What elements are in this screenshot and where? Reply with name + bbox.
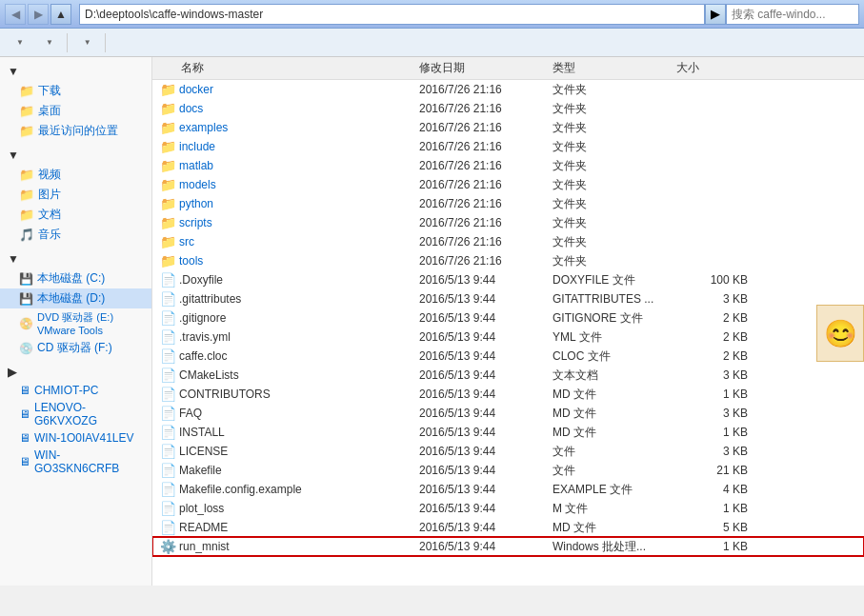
file-type-icon: 📄 xyxy=(160,463,175,478)
table-row[interactable]: 📄 FAQ 2016/5/13 9:44 MD 文件 3 KB xyxy=(152,404,864,423)
file-name-cell: 📄 README xyxy=(152,520,419,535)
share-button[interactable]: ▼ xyxy=(72,31,100,54)
search-input[interactable] xyxy=(726,4,859,25)
sidebar-item-win2[interactable]: 🖥 WIN-GO3SKN6CRFB xyxy=(0,447,151,477)
table-row[interactable]: 📁 tools 2016/7/26 21:16 文件夹 xyxy=(152,251,864,270)
file-name-text: .gitattributes xyxy=(179,292,241,306)
file-name-cell: 📁 models xyxy=(152,177,419,192)
sidebar-item-drive-e[interactable]: 📀 DVD 驱动器 (E:) VMware Tools xyxy=(0,308,151,338)
table-row[interactable]: 📄 CONTRIBUTORS 2016/5/13 9:44 MD 文件 1 KB xyxy=(152,385,864,404)
folder-icon-pictures: 📁 xyxy=(19,188,34,202)
go-button[interactable]: ▶ xyxy=(705,4,726,25)
sidebar-item-documents[interactable]: 📁 文档 xyxy=(0,205,151,225)
file-name-cell: 📄 plot_loss xyxy=(152,501,419,516)
file-type-icon: 📄 xyxy=(160,310,175,326)
sidebar-item-desktop[interactable]: 📁 桌面 xyxy=(0,101,151,121)
computer-section: ▼ 💾 本地磁盘 (C:) 💾 本地磁盘 (D:) 📀 DVD 驱动器 (E:)… xyxy=(0,249,151,358)
file-type-icon: 📄 xyxy=(160,444,175,459)
header-size[interactable]: 大小 xyxy=(676,60,753,76)
file-date: 2016/7/26 21:16 xyxy=(419,216,553,229)
file-icon: 📄 xyxy=(160,291,176,307)
address-input[interactable] xyxy=(79,4,705,25)
new-folder-button[interactable] xyxy=(111,31,128,54)
sidebar-item-chmiot[interactable]: 🖥 CHMIOT-PC xyxy=(0,382,151,399)
file-list-header: 名称 修改日期 类型 大小 xyxy=(152,57,864,80)
file-date: 2016/5/13 9:44 xyxy=(419,349,553,363)
table-row[interactable]: 📁 docker 2016/7/26 21:16 文件夹 xyxy=(152,80,864,99)
header-name[interactable]: 名称 xyxy=(152,60,419,76)
file-type-icon: 📄 xyxy=(160,368,175,383)
folder-icon: 📁 xyxy=(160,82,176,97)
drive-d-icon: 💾 xyxy=(19,292,33,306)
file-type-icon: 📁 xyxy=(160,120,175,135)
file-name-text: Makefile.config.example xyxy=(179,483,302,496)
file-name-cell: 📄 .gitignore xyxy=(152,310,419,326)
music-label: 音乐 xyxy=(38,227,61,243)
file-size: 1 KB xyxy=(676,540,753,553)
table-row[interactable]: 📄 CMakeLists 2016/5/13 9:44 文本文档 3 KB xyxy=(152,366,864,385)
drive-e-icon: 📀 xyxy=(19,317,33,330)
forward-button[interactable]: ▶ xyxy=(28,4,49,25)
file-date: 2016/7/26 21:16 xyxy=(419,159,553,172)
file-size: 3 KB xyxy=(676,445,753,458)
file-name-cell: 📄 .Doxyfile xyxy=(152,272,419,288)
table-row[interactable]: ⚙️ run_mnist 2016/5/13 9:44 Windows 批处理.… xyxy=(152,537,864,556)
file-type-label: CLOC 文件 xyxy=(553,348,676,365)
table-row[interactable]: 📁 examples 2016/7/26 21:16 文件夹 xyxy=(152,118,864,137)
file-date: 2016/5/13 9:44 xyxy=(419,387,553,401)
file-icon: 📄 xyxy=(160,310,176,326)
table-row[interactable]: 📄 .gitattributes 2016/5/13 9:44 GITATTRI… xyxy=(152,289,864,308)
table-row[interactable]: 📄 .travis.yml 2016/5/13 9:44 YML 文件 2 KB xyxy=(152,328,864,347)
sidebar-item-download[interactable]: 📁 下载 xyxy=(0,81,151,101)
sidebar-item-drive-c[interactable]: 💾 本地磁盘 (C:) xyxy=(0,268,151,288)
header-type[interactable]: 类型 xyxy=(553,60,676,76)
table-row[interactable]: 📄 plot_loss 2016/5/13 9:44 M 文件 1 KB xyxy=(152,499,864,518)
table-row[interactable]: 📁 python 2016/7/26 21:16 文件夹 xyxy=(152,194,864,213)
table-row[interactable]: 📄 README 2016/5/13 9:44 MD 文件 5 KB xyxy=(152,518,864,537)
file-name-text: tools xyxy=(179,254,203,268)
file-date: 2016/5/13 9:44 xyxy=(419,540,553,553)
sidebar-item-drive-d[interactable]: 💾 本地磁盘 (D:) xyxy=(0,288,151,308)
sidebar-item-win1[interactable]: 🖥 WIN-1O0IAV41LEV xyxy=(0,429,151,447)
header-date[interactable]: 修改日期 xyxy=(419,60,553,76)
file-type-label: GITATTRIBUTES ... xyxy=(553,292,676,306)
file-name-text: CONTRIBUTORS xyxy=(179,387,271,401)
table-row[interactable]: 📁 src 2016/7/26 21:16 文件夹 xyxy=(152,232,864,251)
network-chmiot-icon: 🖥 xyxy=(19,384,30,397)
sidebar-item-drive-f[interactable]: 💿 CD 驱动器 (F:) xyxy=(0,338,151,358)
table-row[interactable]: 📁 models 2016/7/26 21:16 文件夹 xyxy=(152,175,864,194)
sidebar-item-pictures[interactable]: 📁 图片 xyxy=(0,185,151,205)
table-row[interactable]: 📄 INSTALL 2016/5/13 9:44 MD 文件 1 KB xyxy=(152,423,864,442)
desktop-label: 桌面 xyxy=(38,103,61,119)
folder-icon: 📁 xyxy=(160,177,176,192)
sidebar-item-lenovo[interactable]: 🖥 LENOVO-G6KVXOZG xyxy=(0,399,151,429)
file-type-label: YML 文件 xyxy=(553,329,676,346)
include-library-button[interactable]: ▼ xyxy=(34,31,62,54)
file-size: 100 KB xyxy=(676,273,753,287)
table-row[interactable]: 📄 .Doxyfile 2016/5/13 9:44 DOXYFILE 文件 1… xyxy=(152,270,864,289)
file-icon: 📄 xyxy=(160,368,176,383)
table-row[interactable]: 📄 Makefile.config.example 2016/5/13 9:44… xyxy=(152,480,864,499)
library-section: ▼ 📁 视频 📁 图片 📁 文档 🎵 音乐 xyxy=(0,146,151,245)
sidebar-item-music[interactable]: 🎵 音乐 xyxy=(0,225,151,245)
file-icon: 📄 xyxy=(160,463,176,478)
network-section: ▶ 🖥 CHMIOT-PC 🖥 LENOVO-G6KVXOZG 🖥 WIN-1O… xyxy=(0,363,151,477)
table-row[interactable]: 📁 docs 2016/7/26 21:16 文件夹 xyxy=(152,99,864,118)
folder-icon: 📁 xyxy=(160,120,176,135)
table-row[interactable]: 📄 .gitignore 2016/5/13 9:44 GITIGNORE 文件… xyxy=(152,308,864,328)
table-row[interactable]: 📁 matlab 2016/7/26 21:16 文件夹 xyxy=(152,156,864,175)
organize-button[interactable]: ▼ xyxy=(5,31,32,54)
up-button[interactable]: ▲ xyxy=(50,4,71,25)
file-type-icon: 📄 xyxy=(160,482,175,497)
file-type-label: 文件夹 xyxy=(553,234,676,250)
sidebar-item-recent[interactable]: 📁 最近访问的位置 xyxy=(0,121,151,141)
table-row[interactable]: 📁 scripts 2016/7/26 21:16 文件夹 xyxy=(152,213,864,232)
table-row[interactable]: 📁 include 2016/7/26 21:16 文件夹 xyxy=(152,137,864,156)
table-row[interactable]: 📄 Makefile 2016/5/13 9:44 文件 21 KB xyxy=(152,461,864,480)
sidebar-item-video[interactable]: 📁 视频 xyxy=(0,165,151,185)
table-row[interactable]: 📄 LICENSE 2016/5/13 9:44 文件 3 KB xyxy=(152,442,864,461)
file-type-icon: 📄 xyxy=(160,425,175,440)
back-button[interactable]: ◀ xyxy=(5,4,26,25)
file-date: 2016/5/13 9:44 xyxy=(419,502,553,515)
table-row[interactable]: 📄 caffe.cloc 2016/5/13 9:44 CLOC 文件 2 KB xyxy=(152,347,864,366)
